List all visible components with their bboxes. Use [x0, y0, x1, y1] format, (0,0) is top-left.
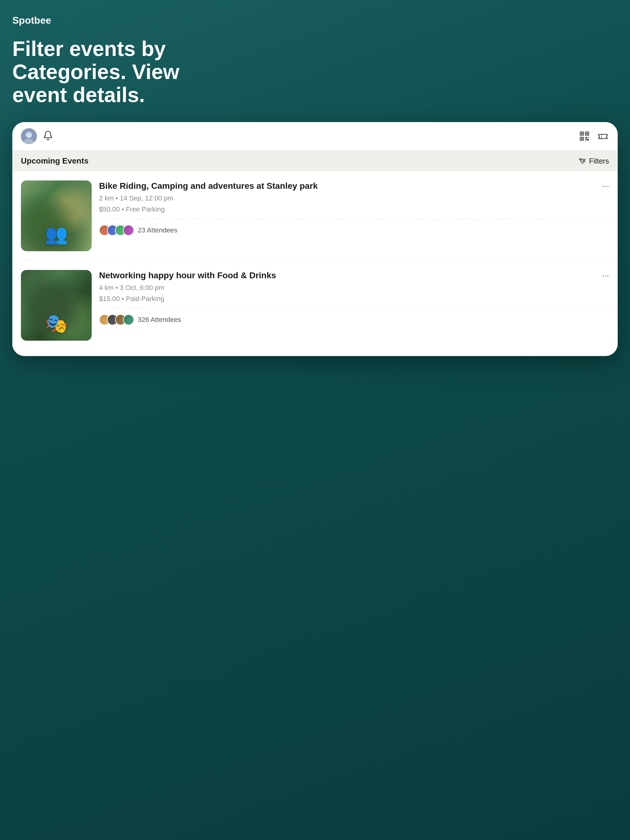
filter-bar: Upcoming Events Filters — [12, 151, 618, 171]
event-menu-button-1[interactable]: ··· — [602, 181, 609, 191]
bell-icon[interactable] — [43, 130, 54, 142]
filter-label: Filters — [589, 157, 609, 166]
events-list: Bike Riding, Camping and adventures at S… — [12, 171, 618, 356]
event-details-1: Bike Riding, Camping and adventures at S… — [99, 180, 609, 236]
attendees-count-1: 23 Attendees — [138, 226, 177, 234]
svg-rect-6 — [586, 133, 588, 134]
event-menu-button-2[interactable]: ··· — [602, 271, 609, 280]
event-price-1: $50.00 • Free Parking — [99, 205, 609, 213]
event-title-2: Networking happy hour with Food & Drinks — [99, 270, 599, 281]
event-card-1[interactable]: Bike Riding, Camping and adventures at S… — [12, 171, 618, 261]
event-price-2: $15.00 • Paid Parking — [99, 295, 609, 303]
attendee-avatars-2 — [99, 314, 134, 325]
event-divider-1 — [99, 219, 609, 219]
ticket-icon[interactable] — [597, 130, 609, 142]
event-attendees-1: 23 Attendees — [99, 225, 609, 236]
qr-code-icon[interactable] — [578, 130, 590, 142]
attendee-avatars-1 — [99, 225, 134, 236]
phone-topbar — [12, 122, 618, 151]
event-title-1: Bike Riding, Camping and adventures at S… — [99, 180, 599, 191]
svg-rect-10 — [587, 137, 589, 138]
upcoming-events-label: Upcoming Events — [21, 156, 89, 166]
event-divider-2 — [99, 308, 609, 309]
svg-point-18 — [583, 160, 585, 162]
svg-point-17 — [579, 158, 581, 160]
event-card-2[interactable]: Networking happy hour with Food & Drinks… — [12, 261, 618, 350]
hero-text: Filter events by Categories. View event … — [12, 37, 197, 106]
event-details-2: Networking happy hour with Food & Drinks… — [99, 270, 609, 325]
attendees-count-2: 326 Attendees — [138, 316, 181, 324]
svg-rect-8 — [581, 138, 583, 140]
phone-frame: Upcoming Events Filters Bike Riding, Cam… — [12, 122, 618, 356]
event-image-1 — [21, 180, 92, 251]
event-meta-1: 2 km • 14 Sep, 12:00 pm — [99, 194, 609, 202]
event-attendees-2: 326 Attendees — [99, 314, 609, 325]
avatar[interactable] — [21, 128, 37, 144]
event-image-2 — [21, 270, 92, 341]
app-title: Spotbee — [12, 15, 51, 26]
filter-button[interactable]: Filters — [578, 157, 609, 166]
svg-rect-9 — [586, 137, 587, 139]
svg-point-1 — [26, 132, 32, 138]
svg-rect-11 — [586, 139, 587, 141]
svg-rect-4 — [581, 133, 583, 134]
svg-rect-12 — [587, 139, 589, 141]
event-meta-2: 4 km • 3 Oct, 6:00 pm — [99, 284, 609, 292]
